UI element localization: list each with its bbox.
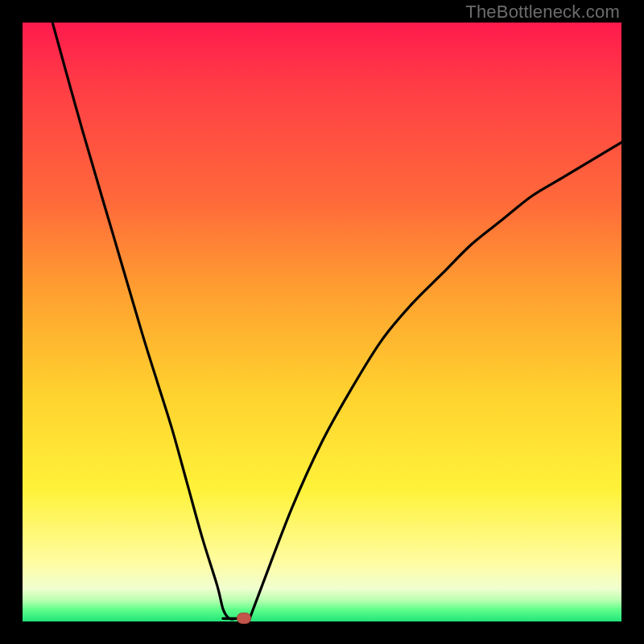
chart-marker-dot bbox=[237, 613, 251, 624]
chart-frame bbox=[23, 23, 621, 621]
chart-curve bbox=[23, 23, 621, 621]
watermark-text: TheBottleneck.com bbox=[465, 2, 620, 23]
chart-curve-path bbox=[52, 23, 621, 620]
